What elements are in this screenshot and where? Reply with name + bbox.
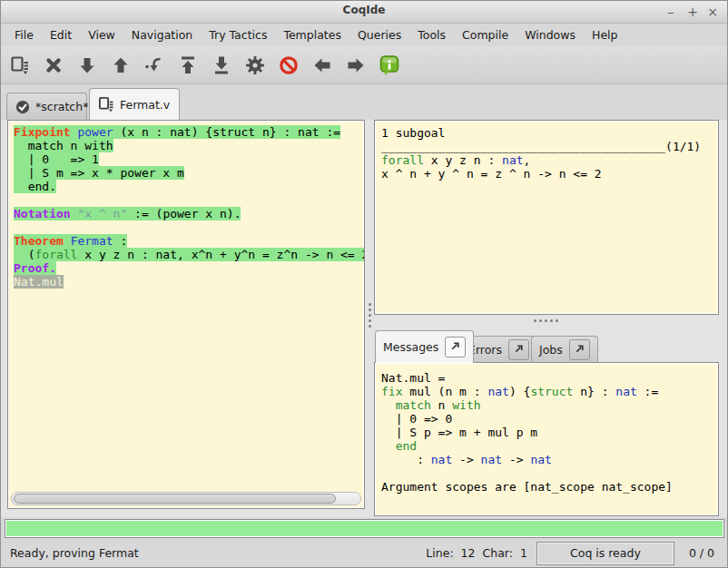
go-to-end-button[interactable]	[210, 54, 233, 77]
tab-jobs[interactable]: Jobs	[531, 336, 598, 363]
menu-compile[interactable]: Compile	[454, 25, 516, 44]
arrow-left-icon	[311, 54, 333, 76]
script-editor[interactable]: Fixpoint power (x n : nat) {struct n} : …	[7, 120, 365, 509]
code-line: | 0 => 1	[14, 152, 362, 166]
code-line: x ^ n + y ^ n = z ^ n -> n <= 2	[381, 167, 716, 181]
coq-status-text: Coq is ready	[570, 546, 641, 560]
code-line: fix mul (n m : nat) {struct n} : nat :=	[381, 385, 716, 398]
messages-tab-bar: Messages Errors Jobs	[374, 329, 719, 363]
scrollbar-thumb[interactable]	[14, 494, 336, 504]
menu-help[interactable]: Help	[584, 25, 626, 44]
code-line: match n with	[381, 398, 716, 412]
menu-view[interactable]: View	[80, 25, 123, 44]
horizontal-pane-splitter[interactable]	[374, 316, 719, 327]
go-to-cursor-icon	[143, 54, 165, 76]
code-line: match n with	[14, 139, 362, 152]
code-line: Nat.mul	[14, 275, 362, 289]
tab-label: Messages	[383, 340, 438, 354]
script-code[interactable]: Fixpoint power (x n : nat) {struct n} : …	[14, 125, 362, 289]
check-circle-icon	[15, 99, 31, 115]
detach-button[interactable]	[445, 337, 466, 357]
tab-label: Jobs	[539, 343, 563, 357]
code-line	[14, 220, 362, 234]
messages-panel[interactable]: Nat.mul =fix mul (n m : nat) {struct n} …	[374, 362, 719, 516]
code-line: | 0 => 0	[381, 412, 716, 426]
menu-templates[interactable]: Templates	[275, 25, 349, 44]
toolbar	[1, 46, 727, 84]
menu-edit[interactable]: Edit	[42, 25, 80, 44]
code-line: end.	[14, 180, 362, 193]
tab-messages[interactable]: Messages	[375, 330, 474, 363]
code-line: Nat.mul =	[381, 371, 716, 385]
code-line: Notation "x ^ n" := (power x n).	[14, 207, 362, 220]
title-bar[interactable]: CoqIde – + ×	[1, 1, 727, 24]
char-value: 1	[520, 546, 527, 560]
char-label: Char:	[483, 546, 513, 560]
code-line: : nat -> nat -> nat	[381, 453, 716, 466]
vertical-pane-splitter[interactable]	[366, 120, 374, 509]
code-line: 1 subgoal	[381, 126, 716, 140]
window-title: CoqIde	[1, 4, 727, 16]
detach-button[interactable]	[569, 339, 590, 360]
tab-label: *scratch*	[35, 100, 88, 113]
code-line: Fixpoint power (x n : nat) {struct n} : …	[14, 125, 362, 139]
info-bubble-icon	[379, 54, 400, 76]
jobs-count: 0 / 0	[689, 546, 714, 560]
go-to-start-button[interactable]	[176, 54, 200, 77]
arrow-down-bar-icon	[211, 54, 232, 76]
status-message: Ready, proving Fermat	[10, 546, 139, 560]
menu-try-tactics[interactable]: Try Tactics	[201, 25, 275, 44]
backward-one-button[interactable]	[109, 54, 133, 77]
about-button[interactable]	[378, 54, 401, 77]
goals-panel[interactable]: 1 subgoal_______________________________…	[374, 120, 719, 315]
code-line: end	[381, 439, 716, 453]
status-bar: Ready, proving Fermat Line: 12 Char: 1 C…	[1, 539, 727, 567]
detach-arrow-icon	[449, 340, 461, 355]
line-label: Line:	[426, 546, 453, 560]
save-button[interactable]	[8, 54, 32, 77]
menu-windows[interactable]: Windows	[516, 25, 584, 44]
arrow-right-icon	[345, 54, 367, 76]
tab-scratch[interactable]: *scratch*	[6, 93, 87, 120]
menu-tools[interactable]: Tools	[409, 25, 454, 44]
tab-fermat[interactable]: Fermat.v	[89, 88, 180, 120]
code-line	[14, 193, 362, 207]
main-area: Fixpoint power (x n : nat) {struct n} : …	[1, 120, 727, 517]
previous-button[interactable]	[310, 54, 334, 77]
minimize-button[interactable]: –	[662, 3, 680, 21]
forward-one-button[interactable]	[75, 54, 99, 77]
code-line: Theorem Fermat :	[14, 234, 362, 248]
arrow-up-bar-icon	[177, 54, 199, 76]
stop-prohibited-icon	[278, 54, 300, 76]
arrow-down-icon	[76, 54, 98, 76]
detach-arrow-icon	[574, 343, 585, 357]
code-line: Proof.	[14, 261, 362, 275]
menu-navigation[interactable]: Navigation	[123, 25, 201, 44]
preferences-button[interactable]	[243, 54, 267, 77]
code-line: | S p => m + mul p m	[381, 426, 716, 439]
tab-label: Fermat.v	[120, 98, 170, 112]
save-page-icon	[97, 95, 115, 113]
coqide-window: CoqIde – + × File Edit View Navigation T…	[0, 0, 728, 568]
next-button[interactable]	[344, 54, 368, 77]
go-to-cursor-button[interactable]	[143, 54, 166, 77]
close-x-icon	[43, 54, 64, 76]
code-line: | S m => x * power x m	[14, 166, 362, 180]
code-line: forall x y z n : nat,	[381, 153, 716, 167]
detach-button[interactable]	[508, 339, 529, 360]
interrupt-button[interactable]	[277, 54, 300, 77]
arrow-up-icon	[110, 54, 132, 76]
menu-file[interactable]: File	[6, 25, 42, 44]
save-icon	[9, 54, 31, 76]
close-button[interactable]: ×	[703, 3, 722, 21]
coq-status-box: Coq is ready	[536, 542, 674, 565]
horizontal-scrollbar[interactable]	[11, 492, 361, 505]
progress-bar	[5, 519, 724, 538]
code-line	[381, 466, 716, 480]
gear-icon	[244, 54, 266, 76]
menu-queries[interactable]: Queries	[349, 25, 409, 44]
line-value: 12	[461, 546, 476, 560]
messages-text: Nat.mul =fix mul (n m : nat) {struct n} …	[381, 371, 716, 494]
close-buffer-button[interactable]	[42, 54, 65, 77]
maximize-button[interactable]: +	[684, 3, 702, 21]
